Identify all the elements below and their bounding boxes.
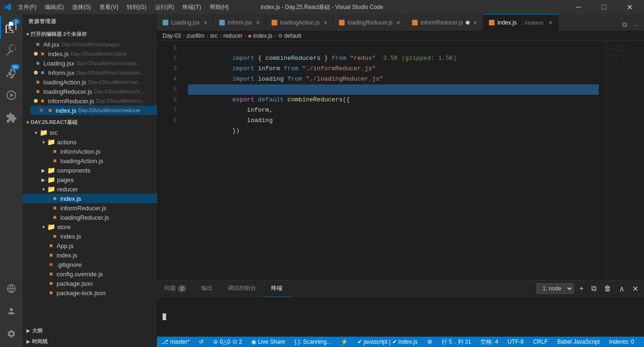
breadcrumb-day03[interactable]: Day-03 xyxy=(163,33,181,39)
index-reducer-file[interactable]: ■ index.js xyxy=(23,194,157,203)
open-editor-informjsx[interactable]: ■ Inform.jsx Day-03\zuofilm\src\compon..… xyxy=(30,68,157,77)
store-folder[interactable]: ▾ 📁 store xyxy=(23,222,157,231)
terminal-content[interactable]: █ xyxy=(157,297,644,337)
menu-goto[interactable]: 转到(G) xyxy=(123,2,150,12)
panel-tab-terminal[interactable]: 终端 xyxy=(264,281,290,297)
loadingaction-file[interactable]: ■ loadingAction.js xyxy=(23,156,157,165)
informreducer-file[interactable]: ■ informReducer.js xyxy=(23,203,157,213)
source-control-activity-icon[interactable]: 5K xyxy=(0,61,23,84)
packagelockjson-file[interactable]: ■ package-lock.json xyxy=(23,288,157,297)
open-editor-loadingaction[interactable]: ■ loadingAction.js Day-03\zuofilm\src\ac… xyxy=(30,77,157,87)
open-editors-section[interactable]: ▾ 打开的编辑器 2个未保存 xyxy=(23,29,157,40)
status-errors[interactable]: ⊘ 0△0 ⊙ 2 xyxy=(208,337,247,347)
close-button[interactable]: ✕ xyxy=(619,0,640,14)
packagejson-file[interactable]: ■ package.json xyxy=(23,279,157,288)
minimize-button[interactable]: ─ xyxy=(568,0,589,14)
outline-section[interactable]: ▶ 大纲 xyxy=(23,325,157,336)
close-icon[interactable]: ✕ xyxy=(39,107,44,114)
open-editor-informreducer[interactable]: ■ informReducer.js Day-03\zuofilm\src\r.… xyxy=(30,96,157,106)
status-eslint[interactable]: ⚙ xyxy=(422,337,437,347)
open-editor-alljs[interactable]: ■ All.jsx Day-03\zuofilm\src\pages xyxy=(30,40,157,49)
tab-loadingreducer[interactable]: loadingReducer.js × xyxy=(333,14,406,31)
menu-terminal[interactable]: 终端(T) xyxy=(179,2,205,12)
menu-file[interactable]: 文件(F) xyxy=(14,2,40,12)
run-activity-icon[interactable] xyxy=(0,84,23,107)
delete-terminal-icon[interactable]: 🗑 xyxy=(602,282,613,295)
tab-bar: Loading.jsx × Inform.jsx × loadingAction… xyxy=(157,14,644,31)
accounts-activity-icon[interactable] xyxy=(0,300,23,322)
panel-tab-debug[interactable]: 调试控制台 xyxy=(220,281,264,297)
more-actions-icon[interactable]: ··· xyxy=(631,19,640,31)
loadingjsx-close[interactable]: × xyxy=(204,19,207,26)
informaction-file[interactable]: ■ informAction.js xyxy=(23,147,157,156)
src-folder[interactable]: ▾ 📁 src xyxy=(23,128,157,137)
panel-close-icon[interactable]: ✕ xyxy=(630,282,640,295)
informjsx-close[interactable]: × xyxy=(256,19,260,26)
menu-help[interactable]: 帮助(H) xyxy=(206,2,233,12)
status-liveshare[interactable]: ◉ Live Share xyxy=(247,337,289,347)
open-editor-loadingjsx[interactable]: ■ Loading.jsx Day-03\zuofilm\src\compo..… xyxy=(30,58,157,68)
status-indents[interactable]: Indents: 0 xyxy=(604,337,639,347)
panel-up-icon[interactable]: ∧ xyxy=(617,282,627,295)
status-spaces[interactable]: 空格: 4 xyxy=(476,337,503,347)
code-editor[interactable]: 1 2 3 4 5 6 7 8 import { combineReducers… xyxy=(157,41,606,280)
breadcrumb-reducer[interactable]: reducer xyxy=(223,33,243,39)
search-activity-icon[interactable] xyxy=(0,39,23,61)
status-js[interactable]: ✔ javascript | ✔ index.js xyxy=(353,337,422,347)
informreducer-close[interactable]: × xyxy=(473,19,477,26)
split-terminal-icon[interactable]: ⧉ xyxy=(589,282,598,295)
panel-tab-problems[interactable]: 问题 2 xyxy=(157,281,194,297)
index-reducer-close[interactable]: × xyxy=(548,19,552,26)
panel-tab-output[interactable]: 输出 xyxy=(194,281,220,297)
menu-edit[interactable]: 编辑(E) xyxy=(41,2,67,12)
breadcrumb-src[interactable]: src xyxy=(210,33,218,39)
index-reducer-icon: ■ xyxy=(46,107,54,114)
tab-informjsx[interactable]: Inform.jsx × xyxy=(214,14,266,31)
menu-view[interactable]: 查看(V) xyxy=(96,2,122,12)
store-index-file[interactable]: ■ index.js xyxy=(23,231,157,241)
menu-select[interactable]: 选择(S) xyxy=(68,2,95,12)
timeline-section[interactable]: ▶ 时间线 xyxy=(23,336,157,347)
status-lightning[interactable]: ⚡ xyxy=(336,337,353,347)
status-git[interactable]: ⎇ master* xyxy=(157,337,194,347)
open-editor-index-reducer[interactable]: ✕ ■ index.js Day-03\zuofilm\src\reducer xyxy=(30,106,157,115)
status-eol[interactable]: CRLF xyxy=(528,337,553,347)
open-editor-loadingreducer[interactable]: ■ loadingReducer.js Day-03\zuofilm\src\r… xyxy=(30,87,157,96)
tab-informreducer[interactable]: informReducer.js × xyxy=(406,14,483,31)
status-language[interactable]: Babel JavaScript xyxy=(553,337,604,347)
tab-loadingjsx[interactable]: Loading.jsx × xyxy=(157,14,214,31)
breadcrumb-default[interactable]: ⊙default xyxy=(278,33,301,39)
status-encoding[interactable]: UTF-8 xyxy=(503,337,528,347)
breadcrumb-zuofilm[interactable]: zuofilm xyxy=(187,33,205,39)
remote-activity-icon[interactable] xyxy=(0,277,23,300)
split-editor-icon[interactable]: ⧉ xyxy=(620,19,629,31)
project-section[interactable]: ▾ DAY.25.REACT基础 xyxy=(23,117,157,128)
status-position[interactable]: 行 5，列 31 xyxy=(437,337,476,347)
status-scanning[interactable]: {.}: Scanning... xyxy=(290,337,336,347)
gitignore-file[interactable]: ■ .gitignore xyxy=(23,260,157,269)
status-sync[interactable]: ↺ xyxy=(194,337,208,347)
status-golive[interactable]: ◉ Go Live xyxy=(639,337,644,347)
tab-index-reducer[interactable]: index.js ...\reducer × xyxy=(483,14,558,31)
loadingreducer-file[interactable]: ■ loadingReducer.js xyxy=(23,213,157,222)
loadingaction-close[interactable]: × xyxy=(323,19,327,26)
pages-folder[interactable]: ▶ 📁 pages xyxy=(23,175,157,184)
breadcrumb-indexjs[interactable]: ■index.js xyxy=(248,33,272,39)
tab-loadingaction[interactable]: loadingAction.js × xyxy=(266,14,333,31)
config-file[interactable]: ■ config.override.js xyxy=(23,269,157,279)
terminal-selector[interactable]: 1: node xyxy=(537,283,574,294)
settings-activity-icon[interactable] xyxy=(0,322,23,345)
reducer-folder[interactable]: ▾ 📁 reducer xyxy=(23,184,157,194)
appjs-file[interactable]: ■ App.js xyxy=(23,241,157,250)
actions-folder[interactable]: ▾ 📁 actions xyxy=(23,137,157,147)
code-content[interactable]: import { combineReducers } from "redux" … xyxy=(181,41,606,280)
components-folder[interactable]: ▶ 📁 components xyxy=(23,165,157,175)
open-editor-indexjs[interactable]: ■ index.js Day-03\zuofilm\src\store xyxy=(30,49,157,58)
maximize-button[interactable]: □ xyxy=(593,0,615,14)
loadingreducer-close[interactable]: × xyxy=(396,19,400,26)
menu-run[interactable]: 运行(R) xyxy=(151,2,178,12)
extensions-activity-icon[interactable] xyxy=(0,107,23,129)
explorer-activity-icon[interactable]: 2 xyxy=(0,16,23,39)
add-terminal-icon[interactable]: + xyxy=(578,282,586,295)
src-indexjs-file[interactable]: ■ index.js xyxy=(23,250,157,260)
